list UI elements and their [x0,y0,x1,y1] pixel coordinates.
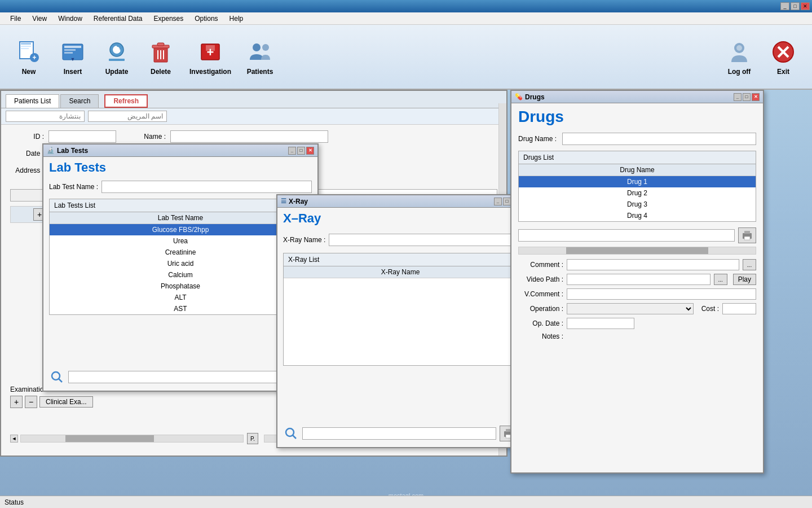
id-input[interactable] [48,130,116,143]
clinical-exam-btn[interactable]: Clinical Exa... [39,396,93,408]
add-exam-btn[interactable]: + [10,396,23,408]
drugs-minimize-btn[interactable]: _ [734,93,742,101]
video-dots-btn[interactable]: ... [714,274,727,285]
lab-title: Lab Tests [43,157,317,178]
lab-close-btn[interactable]: ✕ [306,147,314,155]
drugs-print-btn[interactable] [738,227,756,243]
drugs-list-item[interactable]: Drug 2 [519,187,756,199]
comment-dots-btn[interactable]: ... [743,259,756,270]
lab-search-icon[interactable] [49,369,65,385]
xray-bottom [283,426,518,441]
v-comment-input[interactable] [567,288,756,300]
new-button[interactable]: + New [9,30,48,84]
menu-help[interactable]: Help [224,14,249,24]
drugs-list-item[interactable]: Drug 3 [519,199,756,210]
refresh-button[interactable]: Refresh [104,94,148,108]
menu-view[interactable]: View [27,14,52,24]
svg-point-31 [52,372,60,380]
svg-rect-9 [64,52,73,54]
menu-file[interactable]: File [5,14,27,24]
investigation-label: Investigation [189,68,231,76]
patients-icon [246,38,273,65]
v-comment-label: V.Comment : [518,290,563,298]
lab-list-item[interactable]: Calcium [50,269,311,281]
delete-button[interactable]: Delete [141,30,180,84]
drugs-title: Drugs [511,103,763,130]
name-input[interactable] [170,130,328,143]
update-button[interactable]: Update [97,30,136,84]
comment-input[interactable] [567,259,739,270]
notes-label: Notes : [518,332,563,340]
lab-maximize-btn[interactable]: □ [297,147,305,155]
operation-label: Operation : [518,305,563,313]
op-date-label: Op. Date : [518,319,563,327]
drugs-maximize-btn[interactable]: □ [743,93,751,101]
menu-referential[interactable]: Referential Data [88,14,148,24]
patients-button[interactable]: Patients [240,30,280,84]
play-btn[interactable]: Play [733,274,756,285]
lab-list-item[interactable]: AST [50,303,311,314]
lab-list-item[interactable]: Glucose FBS/2hpp [50,224,311,236]
date-label: Date : [10,150,44,157]
drugs-window: 💊 Drugs _ □ ✕ Drugs Drug Name : Drugs Li… [510,90,764,474]
lab-search-input[interactable] [68,371,290,383]
xray-maximize-btn[interactable]: □ [503,198,511,205]
insert-label: Insert [64,68,82,76]
lab-name-input[interactable] [102,181,312,193]
lab-col-header: Lab Test Name [50,212,311,224]
xray-minimize-btn[interactable]: _ [494,198,502,205]
tab-patients-list[interactable]: Patients List [6,94,59,108]
lab-list-item[interactable]: Phosphatase [50,281,311,292]
logoff-label: Log off [728,68,751,76]
delete-label: Delete [151,68,171,76]
menu-options[interactable]: Options [189,14,223,24]
drugs-name-input[interactable] [562,133,756,145]
close-btn[interactable]: ✕ [801,2,810,10]
update-icon [103,38,130,65]
drugs-name-label: Drug Name : [518,135,557,143]
minimize-btn[interactable]: _ [780,2,789,10]
new-icon: + [15,38,42,65]
svg-point-36 [286,428,294,436]
drugs-list-item[interactable]: Drug 4 [519,210,756,221]
xray-name-input[interactable] [329,234,518,246]
lab-list-item[interactable]: ALT [50,292,311,303]
operation-select[interactable] [567,303,694,314]
xray-search-icon[interactable] [283,426,299,441]
svg-point-27 [736,45,742,51]
notes-row: Notes : [518,332,756,340]
insert-button[interactable]: ▼ Insert [53,30,92,84]
tab-search[interactable]: Search [60,94,99,108]
menu-expenses[interactable]: Expenses [148,14,189,24]
menu-window[interactable]: Window [52,14,88,24]
lab-minimize-btn[interactable]: _ [288,147,296,155]
lab-list-item[interactable]: Urea [50,235,311,247]
lab-win-icon: 🔬 [47,147,55,154]
xray-name-label: X-Ray Name : [283,236,325,244]
op-date-input[interactable]: 2011 / 04 / 16 [567,318,634,329]
p-button[interactable]: P. [247,433,258,444]
drugs-win-title: Drugs [525,93,545,101]
scroll-left-btn[interactable]: ◄ [10,435,18,443]
xray-win-icon: ☰ [281,198,286,205]
drugs-close-btn[interactable]: ✕ [752,93,760,101]
drugs-search-field[interactable] [518,229,735,242]
search-input-2[interactable] [88,111,167,122]
video-path-input[interactable] [567,274,710,285]
lab-list-item[interactable]: Creatinine [50,247,311,258]
drugs-list-item[interactable]: Drug 1 [519,176,756,188]
cost-input[interactable] [722,303,756,314]
xray-search-input[interactable] [302,427,496,440]
exit-button[interactable]: Exit [764,30,803,84]
name-label: Name : [132,133,166,141]
video-path-label: Video Path : [518,275,563,283]
lab-list-title: Lab Tests List [50,199,311,212]
maximize-btn[interactable]: □ [791,2,800,10]
address-label: Address : [10,167,44,174]
investigation-button[interactable]: + Investigation [185,30,236,84]
search-input-1[interactable] [6,111,85,122]
remove-exam-btn[interactable]: − [25,396,37,408]
exit-icon [770,38,797,65]
logoff-button[interactable]: Log off [720,30,759,84]
lab-list-item[interactable]: Uric acid [50,258,311,269]
